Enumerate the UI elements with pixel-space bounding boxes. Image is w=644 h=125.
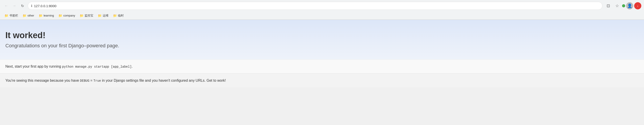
info2-text-prefix: You're seeing this message because you h… xyxy=(5,79,80,82)
browser-chrome: ← → ↻ ℹ ⊡ ☆ 👤 ↓ 📁 xyxy=(0,0,644,20)
address-bar[interactable]: ℹ xyxy=(28,2,602,10)
hero-subtitle: Congratulations on your first Django–pow… xyxy=(5,43,639,49)
star-icon: ☆ xyxy=(615,3,619,8)
reload-button[interactable]: ↻ xyxy=(19,2,26,9)
folder-icon-5: 📁 xyxy=(98,14,102,17)
download-button[interactable]: ↓ xyxy=(634,2,641,9)
bookmark-label-3: company xyxy=(63,14,75,17)
bookmark-item-2[interactable]: 📁 learning xyxy=(37,13,56,18)
bookmark-item-3[interactable]: 📁 company xyxy=(56,13,77,18)
folder-icon-3: 📁 xyxy=(58,14,62,17)
info2-text-suffix: in your Django settings file and you hav… xyxy=(101,79,226,82)
folder-icon-1: 📁 xyxy=(22,14,26,17)
account-avatar[interactable]: 👤 xyxy=(626,2,633,9)
bookmark-star-button[interactable]: ☆ xyxy=(613,2,621,10)
translate-button[interactable]: ⊡ xyxy=(604,2,612,10)
hero-section: It worked! Congratulations on your first… xyxy=(0,20,644,59)
sync-status-dot xyxy=(622,4,625,7)
toolbar-actions: ⊡ ☆ 👤 ↓ xyxy=(604,2,641,10)
info-section-2: You're seeing this message because you h… xyxy=(0,73,644,88)
info-section-1: Next, start your first app by running py… xyxy=(0,59,644,73)
bookmark-label-1: other xyxy=(28,14,34,17)
nav-buttons: ← → ↻ xyxy=(3,2,26,9)
translate-icon: ⊡ xyxy=(607,3,610,8)
account-icon: 👤 xyxy=(627,3,632,8)
hero-title: It worked! xyxy=(5,31,639,40)
info1-text-suffix: . xyxy=(132,65,132,68)
bookmark-item-5[interactable]: 📁 运维 xyxy=(96,13,110,18)
url-input[interactable] xyxy=(34,4,599,8)
page-content: It worked! Congratulations on your first… xyxy=(0,20,644,87)
bookmark-label-0: 书签栏 xyxy=(10,14,18,18)
bookmark-label-5: 运维 xyxy=(103,14,108,18)
security-icon: ℹ xyxy=(31,4,32,7)
bookmark-item-1[interactable]: 📁 other xyxy=(21,13,36,18)
download-icon: ↓ xyxy=(637,4,639,7)
folder-icon-2: 📁 xyxy=(39,14,42,17)
bookmarks-bar: 📁 书签栏 📁 other 📁 learning 📁 company 📁 监控宝… xyxy=(0,12,644,20)
info1-code: python manage.py startapp [app_label] xyxy=(62,65,132,69)
bookmark-item-0[interactable]: 📁 书签栏 xyxy=(3,13,20,18)
folder-icon-6: 📁 xyxy=(113,14,117,17)
info2-text-mid1: = xyxy=(89,79,93,82)
folder-icon-0: 📁 xyxy=(4,14,8,17)
browser-toolbar: ← → ↻ ℹ ⊡ ☆ 👤 ↓ xyxy=(0,0,644,12)
info1-text-prefix: Next, start your first app by running xyxy=(5,65,62,68)
forward-button[interactable]: → xyxy=(11,2,18,9)
bookmark-label-6: 临时 xyxy=(118,14,124,18)
bookmark-item-4[interactable]: 📁 监控宝 xyxy=(78,13,95,18)
bookmark-label-2: learning xyxy=(44,14,54,17)
info2-code2: True xyxy=(94,79,101,83)
info2-code1: DEBUG xyxy=(80,79,89,83)
bookmark-item-6[interactable]: 📁 临时 xyxy=(111,13,126,18)
bookmark-label-4: 监控宝 xyxy=(84,14,93,18)
folder-icon-4: 📁 xyxy=(80,14,84,17)
back-button[interactable]: ← xyxy=(3,2,10,9)
